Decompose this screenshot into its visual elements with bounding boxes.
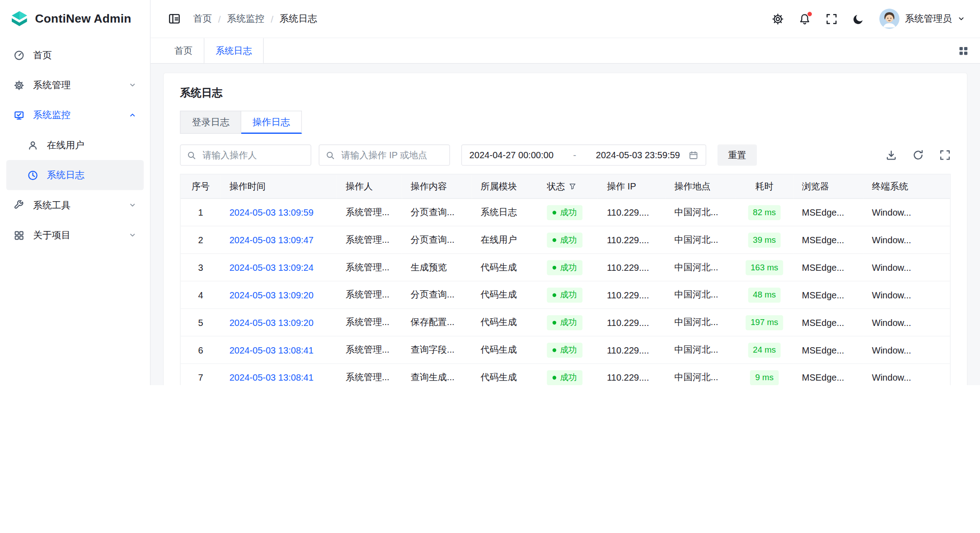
brand-title: ContiNew Admin bbox=[35, 12, 131, 25]
cell-index: 5 bbox=[181, 309, 221, 336]
status-label: 成功 bbox=[560, 289, 577, 301]
cell-time: 2024-05-03 13:09:20 bbox=[220, 281, 337, 309]
cell-content: 保存配置... bbox=[402, 309, 472, 336]
operator-search-input[interactable] bbox=[201, 150, 304, 161]
col-content: 操作内容 bbox=[402, 175, 472, 199]
tab-actions-grid-icon[interactable] bbox=[958, 38, 980, 63]
table-toolbar bbox=[886, 150, 951, 161]
time-link[interactable]: 2024-05-03 13:09:24 bbox=[230, 262, 314, 272]
view-tab-system-log[interactable]: 系统日志 bbox=[204, 38, 264, 63]
breadcrumb-separator: / bbox=[218, 14, 221, 24]
sidebar-item-online-users[interactable]: 在线用户 bbox=[6, 130, 144, 160]
filter-bar: 2024-04-27 00:00:00 - 2024-05-03 23:59:5… bbox=[180, 145, 951, 166]
dashboard-icon bbox=[14, 50, 24, 61]
col-os: 终端系统 bbox=[863, 175, 950, 199]
cell-browser: MSEdge... bbox=[793, 199, 863, 226]
cell-status: 成功 bbox=[538, 199, 598, 226]
content-area: 系统日志 登录日志 操作日志 bbox=[150, 64, 980, 385]
time-link[interactable]: 2024-05-03 13:08:41 bbox=[230, 345, 314, 355]
view-tab-home[interactable]: 首页 bbox=[163, 38, 204, 63]
reset-button[interactable]: 重置 bbox=[717, 145, 757, 166]
log-type-tabs: 登录日志 操作日志 bbox=[180, 111, 951, 134]
col-index: 序号 bbox=[181, 175, 221, 199]
sidebar-item-label: 系统日志 bbox=[47, 169, 84, 181]
time-link[interactable]: 2024-05-03 13:09:47 bbox=[230, 235, 314, 245]
cell-browser: MSEdge... bbox=[793, 254, 863, 282]
cell-operator: 系统管理... bbox=[337, 226, 402, 254]
sidebar-item-label: 关于项目 bbox=[33, 229, 70, 241]
tab-login-log[interactable]: 登录日志 bbox=[180, 111, 241, 134]
sidebar-item-about-project[interactable]: 关于项目 bbox=[6, 220, 144, 250]
status-dot bbox=[553, 348, 556, 352]
sidebar-item-system-management[interactable]: 系统管理 bbox=[6, 70, 144, 100]
table-row: 4 2024-05-03 13:09:20 系统管理... 分页查询... 代码… bbox=[181, 281, 950, 309]
table-row: 3 2024-05-03 13:09:24 系统管理... 生成预览 代码生成 … bbox=[181, 254, 950, 282]
tab-operation-log[interactable]: 操作日志 bbox=[241, 111, 302, 134]
sidebar-item-system-log[interactable]: 系统日志 bbox=[6, 160, 144, 190]
cell-browser: MSEdge... bbox=[793, 309, 863, 336]
search-icon bbox=[326, 151, 335, 160]
time-link[interactable]: 2024-05-03 13:09:20 bbox=[230, 290, 314, 300]
col-browser: 浏览器 bbox=[793, 175, 863, 199]
cell-module: 代码生成 bbox=[472, 281, 538, 309]
date-range-picker[interactable]: 2024-04-27 00:00:00 - 2024-05-03 23:59:5… bbox=[461, 145, 706, 166]
collapse-sidebar-icon[interactable] bbox=[164, 9, 184, 28]
cell-browser: MSEdge... bbox=[793, 226, 863, 254]
operator-search-field[interactable] bbox=[180, 145, 311, 166]
sidebar-item-label: 在线用户 bbox=[47, 139, 84, 151]
sidebar-item-system-tools[interactable]: 系统工具 bbox=[6, 190, 144, 220]
cell-cost: 39 ms bbox=[736, 226, 793, 254]
cell-os: Window... bbox=[863, 226, 950, 254]
cost-badge: 24 ms bbox=[748, 342, 781, 357]
page-title: 系统日志 bbox=[180, 86, 951, 100]
view-tab-label: 系统日志 bbox=[216, 45, 252, 57]
table-header-row: 序号 操作时间 操作人 操作内容 所属模块 状态 操作 IP bbox=[181, 175, 950, 199]
cell-browser: MSEdge... bbox=[793, 364, 863, 385]
cell-browser: MSEdge... bbox=[793, 336, 863, 364]
sidebar-item-home[interactable]: 首页 bbox=[6, 40, 144, 70]
sidebar-item-system-monitor[interactable]: 系统监控 bbox=[6, 100, 144, 130]
dark-mode-moon-icon[interactable] bbox=[853, 13, 864, 24]
sidebar: ContiNew Admin 首页 系统管理 bbox=[0, 0, 150, 385]
user-menu[interactable]: 系统管理员 bbox=[879, 9, 965, 28]
monitor-icon bbox=[14, 110, 24, 121]
user-name: 系统管理员 bbox=[905, 13, 952, 24]
user-icon bbox=[28, 140, 38, 151]
date-start: 2024-04-27 00:00:00 bbox=[469, 150, 553, 160]
cell-ip: 110.229.... bbox=[598, 309, 666, 336]
logo-row[interactable]: ContiNew Admin bbox=[0, 0, 150, 38]
ip-search-input[interactable] bbox=[340, 150, 443, 161]
status-badge: 成功 bbox=[547, 315, 582, 330]
table-row: 2 2024-05-03 13:09:47 系统管理... 分页查询... 在线… bbox=[181, 226, 950, 254]
cell-content: 分页查询... bbox=[402, 199, 472, 226]
col-operator: 操作人 bbox=[337, 175, 402, 199]
breadcrumb-monitor[interactable]: 系统监控 bbox=[227, 13, 264, 24]
status-label: 成功 bbox=[560, 344, 577, 356]
expand-table-icon[interactable] bbox=[939, 150, 951, 161]
filter-funnel-icon[interactable] bbox=[569, 183, 577, 190]
app-logo-icon bbox=[10, 9, 28, 28]
cell-module: 代码生成 bbox=[472, 336, 538, 364]
time-link[interactable]: 2024-05-03 13:08:41 bbox=[230, 373, 314, 382]
download-icon[interactable] bbox=[886, 150, 897, 161]
cell-operator: 系统管理... bbox=[337, 281, 402, 309]
breadcrumb: 首页 / 系统监控 / 系统日志 bbox=[193, 13, 317, 24]
cell-time: 2024-05-03 13:08:41 bbox=[220, 336, 337, 364]
cell-time: 2024-05-03 13:09:24 bbox=[220, 254, 337, 282]
time-link[interactable]: 2024-05-03 13:09:59 bbox=[230, 208, 314, 217]
fullscreen-icon[interactable] bbox=[825, 13, 837, 24]
status-dot bbox=[553, 210, 556, 214]
cell-cost: 48 ms bbox=[736, 281, 793, 309]
breadcrumb-home[interactable]: 首页 bbox=[193, 13, 211, 24]
status-label: 成功 bbox=[560, 317, 577, 328]
refresh-icon[interactable] bbox=[913, 150, 924, 161]
notification-bell-icon[interactable] bbox=[799, 13, 811, 24]
cell-cost: 197 ms bbox=[736, 309, 793, 336]
cell-status: 成功 bbox=[538, 336, 598, 364]
col-cost: 耗时 bbox=[736, 175, 793, 199]
cell-time: 2024-05-03 13:09:20 bbox=[220, 309, 337, 336]
cell-content: 分页查询... bbox=[402, 281, 472, 309]
ip-search-field[interactable] bbox=[319, 145, 450, 166]
time-link[interactable]: 2024-05-03 13:09:20 bbox=[230, 317, 314, 327]
settings-gear-icon[interactable] bbox=[772, 13, 783, 24]
